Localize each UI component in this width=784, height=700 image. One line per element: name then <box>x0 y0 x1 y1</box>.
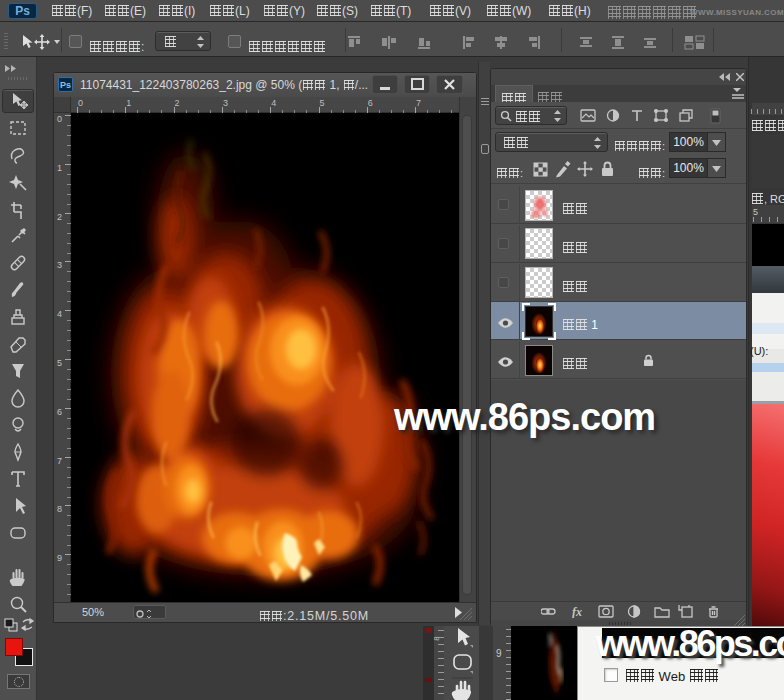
svg-text:fx: fx <box>572 605 582 618</box>
